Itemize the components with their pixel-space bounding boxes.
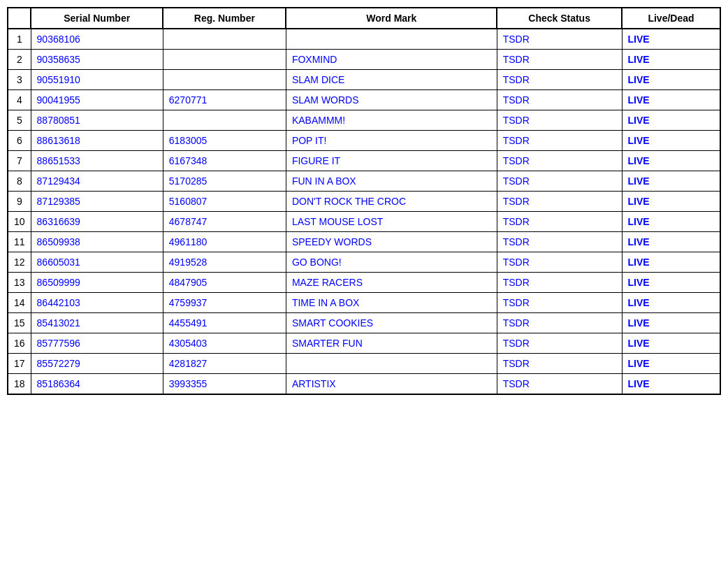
serial-number-cell[interactable]: 85186364	[31, 374, 163, 395]
serial-number-cell[interactable]: 87129385	[31, 192, 163, 212]
serial-number-cell[interactable]: 90041955	[31, 90, 163, 110]
serial-number-link[interactable]: 90358635	[37, 54, 80, 65]
serial-number-cell[interactable]: 88651533	[31, 151, 163, 171]
tsdr-link[interactable]: TSDR	[503, 378, 530, 389]
tsdr-link[interactable]: TSDR	[503, 358, 530, 369]
tsdr-link[interactable]: TSDR	[503, 34, 530, 45]
reg-number-cell: 4678747	[163, 212, 286, 232]
tsdr-link[interactable]: TSDR	[503, 135, 530, 146]
check-status-cell[interactable]: TSDR	[497, 70, 622, 90]
check-status-cell[interactable]: TSDR	[497, 29, 622, 50]
live-dead-cell: LIVE	[622, 313, 720, 333]
serial-number-link[interactable]: 88613618	[37, 135, 80, 146]
serial-number-link[interactable]: 88651533	[37, 155, 80, 166]
serial-number-link[interactable]: 86509999	[37, 277, 80, 288]
serial-number-link[interactable]: 86316639	[37, 216, 80, 227]
col-header-wordmark: Word Mark	[286, 8, 497, 29]
serial-number-cell[interactable]: 85413021	[31, 313, 163, 333]
row-number: 12	[8, 252, 31, 273]
col-header-reg: Reg. Number	[163, 8, 286, 29]
reg-number-cell: 4305403	[163, 333, 286, 354]
table-row: 9871293855160807DON'T ROCK THE CROCTSDRL…	[8, 192, 720, 212]
tsdr-link[interactable]: TSDR	[503, 236, 530, 247]
check-status-cell[interactable]: TSDR	[497, 151, 622, 171]
serial-number-link[interactable]: 85413021	[37, 317, 80, 329]
serial-number-link[interactable]: 87129434	[37, 175, 80, 187]
word-mark-cell	[286, 29, 497, 50]
row-number: 17	[8, 354, 31, 374]
serial-number-cell[interactable]: 86605031	[31, 252, 163, 273]
serial-number-cell[interactable]: 85777596	[31, 333, 163, 354]
check-status-cell[interactable]: TSDR	[497, 90, 622, 110]
serial-number-cell[interactable]: 90551910	[31, 70, 163, 90]
serial-number-link[interactable]: 86605031	[37, 257, 80, 268]
check-status-cell[interactable]: TSDR	[497, 374, 622, 395]
live-dead-cell: LIVE	[622, 232, 720, 252]
live-dead-cell: LIVE	[622, 293, 720, 313]
tsdr-link[interactable]: TSDR	[503, 277, 530, 288]
row-number: 1	[8, 29, 31, 50]
row-number: 11	[8, 232, 31, 252]
check-status-cell[interactable]: TSDR	[497, 252, 622, 273]
check-status-cell[interactable]: TSDR	[497, 232, 622, 252]
live-status-value: LIVE	[628, 297, 650, 308]
tsdr-link[interactable]: TSDR	[503, 257, 530, 268]
tsdr-link[interactable]: TSDR	[503, 115, 530, 126]
serial-number-cell[interactable]: 88613618	[31, 131, 163, 151]
serial-number-cell[interactable]: 86442103	[31, 293, 163, 313]
serial-number-link[interactable]: 85777596	[37, 338, 80, 349]
check-status-cell[interactable]: TSDR	[497, 273, 622, 293]
serial-number-link[interactable]: 88780851	[37, 115, 80, 126]
tsdr-link[interactable]: TSDR	[503, 94, 530, 106]
check-status-cell[interactable]: TSDR	[497, 313, 622, 333]
serial-number-cell[interactable]: 85572279	[31, 354, 163, 374]
serial-number-cell[interactable]: 88780851	[31, 110, 163, 131]
serial-number-link[interactable]: 86509938	[37, 236, 80, 247]
row-number: 2	[8, 50, 31, 70]
serial-number-link[interactable]: 86442103	[37, 297, 80, 308]
table-header-row: Serial Number Reg. Number Word Mark Chec…	[8, 8, 720, 29]
tsdr-link[interactable]: TSDR	[503, 216, 530, 227]
serial-number-cell[interactable]: 86316639	[31, 212, 163, 232]
check-status-cell[interactable]: TSDR	[497, 131, 622, 151]
word-mark-value: FUN IN A BOX	[292, 175, 356, 187]
check-status-cell[interactable]: TSDR	[497, 192, 622, 212]
tsdr-link[interactable]: TSDR	[503, 54, 530, 65]
serial-number-cell[interactable]: 90368106	[31, 29, 163, 50]
word-mark-value: MAZE RACERS	[292, 277, 363, 288]
reg-number-cell: 6183005	[163, 131, 286, 151]
tsdr-link[interactable]: TSDR	[503, 338, 530, 349]
check-status-cell[interactable]: TSDR	[497, 212, 622, 232]
tsdr-link[interactable]: TSDR	[503, 175, 530, 187]
tsdr-link[interactable]: TSDR	[503, 74, 530, 85]
tsdr-link[interactable]: TSDR	[503, 297, 530, 308]
serial-number-link[interactable]: 90041955	[37, 94, 80, 106]
check-status-cell[interactable]: TSDR	[497, 50, 622, 70]
reg-number-cell	[163, 29, 286, 50]
check-status-cell[interactable]: TSDR	[497, 354, 622, 374]
serial-number-cell[interactable]: 90358635	[31, 50, 163, 70]
reg-number-cell: 4281827	[163, 354, 286, 374]
check-status-cell[interactable]: TSDR	[497, 293, 622, 313]
check-status-cell[interactable]: TSDR	[497, 110, 622, 131]
check-status-cell[interactable]: TSDR	[497, 171, 622, 192]
live-status-value: LIVE	[628, 378, 650, 389]
word-mark-cell: SPEEDY WORDS	[286, 232, 497, 252]
reg-number-value: 6167348	[169, 155, 208, 166]
reg-number-cell: 4455491	[163, 313, 286, 333]
serial-number-link[interactable]: 85572279	[37, 358, 80, 369]
serial-number-link[interactable]: 90551910	[37, 74, 80, 85]
serial-number-cell[interactable]: 86509999	[31, 273, 163, 293]
tsdr-link[interactable]: TSDR	[503, 155, 530, 166]
serial-number-cell[interactable]: 87129434	[31, 171, 163, 192]
check-status-cell[interactable]: TSDR	[497, 333, 622, 354]
serial-number-link[interactable]: 90368106	[37, 34, 80, 45]
serial-number-link[interactable]: 87129385	[37, 196, 80, 207]
reg-number-value: 6183005	[169, 135, 208, 146]
tsdr-link[interactable]: TSDR	[503, 317, 530, 329]
reg-number-cell: 4759937	[163, 293, 286, 313]
serial-number-cell[interactable]: 86509938	[31, 232, 163, 252]
tsdr-link[interactable]: TSDR	[503, 196, 530, 207]
serial-number-link[interactable]: 85186364	[37, 378, 80, 389]
table-row: 14864421034759937TIME IN A BOXTSDRLIVE	[8, 293, 720, 313]
